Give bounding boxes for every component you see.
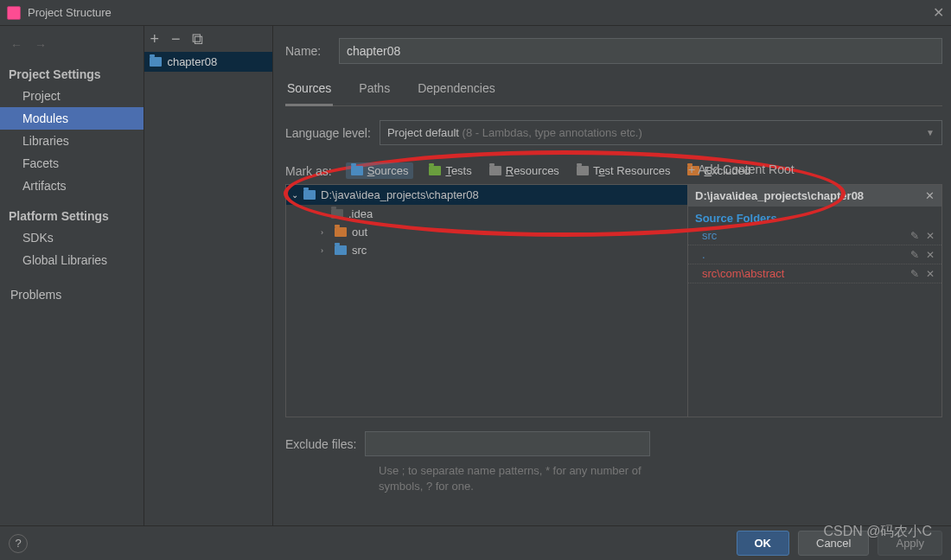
remove-icon[interactable]: ✕ xyxy=(926,230,935,242)
remove-icon[interactable]: ✕ xyxy=(926,268,935,280)
nav-global-libraries[interactable]: Global Libraries xyxy=(0,249,144,271)
folder-icon xyxy=(303,190,316,200)
chevron-down-icon[interactable]: ⌄ xyxy=(291,190,298,200)
cancel-button[interactable]: Cancel xyxy=(798,531,869,556)
folder-icon xyxy=(489,166,501,175)
tab-sources[interactable]: Sources xyxy=(285,76,333,106)
module-folder-icon xyxy=(150,57,162,67)
sidebar: ← → Project Settings Project Modules Lib… xyxy=(0,26,144,525)
tree-root[interactable]: ⌄ D:\java\idea_projects\chapter08 xyxy=(286,185,687,205)
help-icon[interactable]: ? xyxy=(9,534,28,553)
folder-icon xyxy=(429,166,441,175)
ok-button[interactable]: OK xyxy=(737,531,790,556)
nav-arrows: ← → xyxy=(10,38,55,52)
section-project-settings: Project Settings xyxy=(0,64,144,85)
module-label: chapter08 xyxy=(167,55,217,68)
mark-as-label: Mark as: xyxy=(285,164,332,178)
folder-icon xyxy=(331,209,343,219)
copy-module-icon[interactable]: ⧉ xyxy=(192,30,203,48)
module-list: + − ⧉ chapter08 xyxy=(144,26,273,525)
source-folder-item[interactable]: src\com\abstract ✎✕ xyxy=(688,264,941,283)
language-level-label: Language level: xyxy=(285,126,371,140)
content-root-path: D:\java\idea_projects\chapter08 xyxy=(695,189,864,202)
section-platform-settings: Platform Settings xyxy=(0,206,144,226)
apply-button[interactable]: Apply xyxy=(878,531,942,556)
chevron-right-icon[interactable]: › xyxy=(321,228,329,237)
tab-dependencies[interactable]: Dependencies xyxy=(416,76,497,105)
ll-value: Project default xyxy=(387,126,459,139)
edit-icon[interactable]: ✎ xyxy=(910,230,919,242)
remove-module-icon[interactable]: − xyxy=(171,30,181,48)
mark-tests-button[interactable]: Tests xyxy=(427,162,473,179)
close-icon[interactable]: ✕ xyxy=(933,4,944,21)
mark-test-resources-button[interactable]: Test Resources xyxy=(575,162,673,179)
tree-node-idea[interactable]: .idea xyxy=(286,205,687,223)
exclude-hint: Use ; to separate name patterns, * for a… xyxy=(379,463,673,494)
content-root-panel: + Add Content Root D:\java\idea_projects… xyxy=(687,184,942,417)
name-label: Name: xyxy=(285,44,339,58)
mark-sources-button[interactable]: Sources xyxy=(346,162,414,179)
tab-paths[interactable]: Paths xyxy=(357,76,392,105)
back-icon[interactable]: ← xyxy=(10,38,22,52)
language-level-select[interactable]: Project default (8 - Lambdas, type annot… xyxy=(380,120,942,145)
name-input[interactable] xyxy=(339,38,942,64)
app-icon xyxy=(7,6,21,20)
chevron-right-icon[interactable]: › xyxy=(321,246,329,255)
nav-modules[interactable]: Modules xyxy=(0,107,144,130)
forward-icon[interactable]: → xyxy=(35,38,47,52)
content-tree[interactable]: ⌄ D:\java\idea_projects\chapter08 .idea … xyxy=(285,184,687,417)
mark-resources-button[interactable]: Resources xyxy=(488,162,561,179)
tree-node-src[interactable]: › src xyxy=(286,241,687,259)
folder-icon xyxy=(335,245,347,255)
exclude-label: Exclude files: xyxy=(285,437,356,451)
module-panel: Name: Sources Paths Dependencies Languag… xyxy=(273,26,951,525)
ll-hint: (8 - Lambdas, type annotations etc.) xyxy=(463,126,642,139)
edit-icon[interactable]: ✎ xyxy=(910,268,919,280)
folder-icon xyxy=(335,227,347,237)
remove-root-icon[interactable]: ✕ xyxy=(925,189,935,202)
module-tabs: Sources Paths Dependencies xyxy=(285,76,942,106)
exclude-input[interactable] xyxy=(365,431,650,456)
add-content-root-button[interactable]: + Add Content Root xyxy=(688,162,795,176)
chevron-down-icon: ▼ xyxy=(926,128,935,137)
edit-icon[interactable]: ✎ xyxy=(910,249,919,261)
dialog-footer: ? OK Cancel Apply xyxy=(0,525,951,560)
folder-icon xyxy=(351,166,363,175)
remove-icon[interactable]: ✕ xyxy=(926,249,935,261)
window-title: Project Structure xyxy=(28,6,112,19)
nav-facets[interactable]: Facets xyxy=(0,152,144,175)
add-module-icon[interactable]: + xyxy=(150,30,159,48)
source-folder-item[interactable]: src ✎✕ xyxy=(688,226,941,245)
tree-root-label: D:\java\idea_projects\chapter08 xyxy=(321,188,479,201)
nav-artifacts[interactable]: Artifacts xyxy=(0,175,144,197)
nav-libraries[interactable]: Libraries xyxy=(0,130,144,152)
folder-icon xyxy=(577,166,589,175)
tree-node-out[interactable]: › out xyxy=(286,223,687,241)
module-item[interactable]: chapter08 xyxy=(144,52,272,72)
nav-project[interactable]: Project xyxy=(0,85,144,107)
nav-sdks[interactable]: SDKs xyxy=(0,226,144,249)
source-folders-title: Source Folders xyxy=(688,207,941,226)
source-folder-item[interactable]: . ✎✕ xyxy=(688,245,941,264)
nav-problems[interactable]: Problems xyxy=(0,283,144,306)
